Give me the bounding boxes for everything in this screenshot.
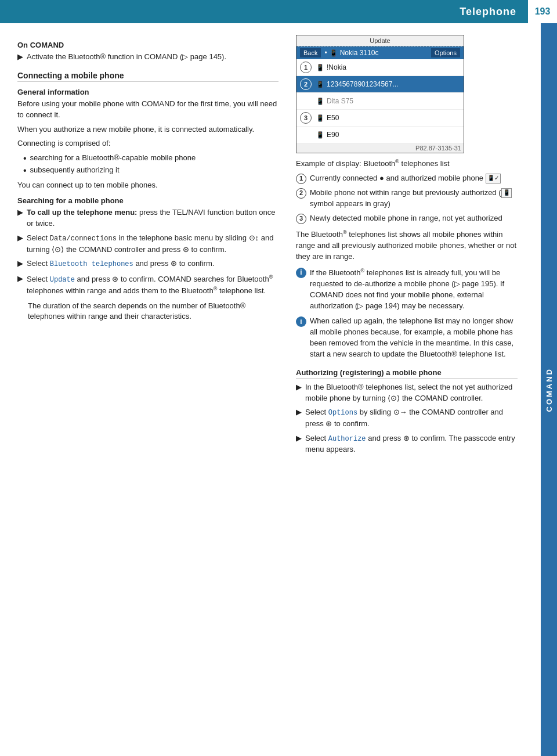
bullet-item-2: • subsequently authorizing it bbox=[23, 165, 278, 176]
info-icon-2: i bbox=[296, 316, 306, 327]
arrow-item-2: ▶ Select Data/connections in the telepho… bbox=[17, 233, 278, 255]
numbered-item-2: 2 Mobile phone not within range but prev… bbox=[296, 188, 518, 210]
general-p1: Before using your mobile phone with COMA… bbox=[17, 99, 278, 121]
bullet-list: • searching for a Bluetooth®-capable mob… bbox=[23, 153, 278, 176]
numbered-item-3: 3 Newly detected mobile phone in range, … bbox=[296, 213, 518, 224]
phone-icon-dita: 📱 bbox=[316, 98, 324, 105]
bluetooth-display: Update Back • 📱 Nokia 3110c Options 1 📱 … bbox=[296, 35, 464, 153]
display-update-label: Update bbox=[296, 35, 464, 46]
numbered-item-1: 1 Currently connected ● and authorized m… bbox=[296, 173, 518, 184]
general-info-heading: General information bbox=[17, 88, 278, 96]
main-content: On COMAND ▶ Activate the Bluetooth® func… bbox=[0, 23, 541, 470]
left-column: On COMAND ▶ Activate the Bluetooth® func… bbox=[17, 35, 278, 459]
info-box-2: i When called up again, the telephone li… bbox=[296, 316, 518, 359]
display-row-e90: 📱 E90 bbox=[296, 127, 464, 143]
general-p3: Connecting is comprised of: bbox=[17, 138, 278, 149]
info-box-1: i If the Bluetooth® telephones list is a… bbox=[296, 267, 518, 312]
info-paragraph: The Bluetooth® telephones list shows all… bbox=[296, 229, 518, 262]
header-title: Telephone bbox=[0, 0, 528, 23]
example-label: Example of display: Bluetooth® telephone… bbox=[296, 158, 518, 170]
auth-arrow-1: ▶ In the Bluetooth® telephones list, sel… bbox=[296, 382, 518, 404]
display-row-1: 1 📱 !Nokia bbox=[296, 59, 464, 76]
display-row-3: 3 📱 E50 bbox=[296, 110, 464, 127]
arrow-item-4: ▶ Select Update and press ⊛ to confirm. … bbox=[17, 273, 278, 297]
on-comand-heading: On COMAND bbox=[17, 41, 278, 49]
bullet-item-1: • searching for a Bluetooth®-capable mob… bbox=[23, 153, 278, 164]
page-header: Telephone 193 bbox=[0, 0, 557, 23]
phone-icon-e90: 📱 bbox=[316, 131, 324, 139]
phone-icon-2: 📱 bbox=[316, 81, 324, 88]
display-rows: 1 📱 !Nokia 2 📱 12345678901234567... 📱 Di… bbox=[296, 59, 464, 143]
display-top-phone: Nokia 3110c bbox=[340, 49, 379, 57]
display-row-2: 2 📱 12345678901234567... bbox=[296, 76, 464, 93]
auth-arrow-2: ▶ Select Options by sliding ⊙→ the COMAN… bbox=[296, 407, 518, 429]
image-ref: P82.87-3135-31 bbox=[296, 143, 464, 153]
phone-icon-1: 📱 bbox=[316, 64, 324, 71]
display-back-button[interactable]: Back bbox=[300, 48, 321, 57]
arrow-item-3: ▶ Select Bluetooth telephones and press … bbox=[17, 258, 278, 269]
title-text: Telephone bbox=[460, 6, 516, 18]
general-p2: When you authorize a new mobile phone, i… bbox=[17, 124, 278, 135]
right-column: Update Back • 📱 Nokia 3110c Options 1 📱 … bbox=[290, 35, 518, 459]
comand-sidebar: COMAND bbox=[541, 23, 557, 756]
phone-icon-3: 📱 bbox=[316, 114, 324, 122]
searching-heading: Searching for a mobile phone bbox=[17, 196, 278, 205]
arrow4-p2: The duration of the search depends on th… bbox=[28, 301, 278, 323]
display-topbar: Back • 📱 Nokia 3110c Options bbox=[296, 46, 464, 59]
info-icon-1: i bbox=[296, 268, 306, 278]
on-comand-item: ▶ Activate the Bluetooth® function in CO… bbox=[17, 52, 278, 63]
sidebar-label: COMAND bbox=[545, 368, 554, 412]
authorizing-heading: Authorizing (registering) a mobile phone bbox=[296, 368, 518, 379]
general-p4: You can connect up to ten mobile phones. bbox=[17, 180, 278, 191]
display-options-button[interactable]: Options bbox=[431, 48, 460, 57]
auth-arrow-3: ▶ Select Authorize and press ⊛ to confir… bbox=[296, 433, 518, 455]
display-row-dita: 📱 Dita S75 bbox=[296, 93, 464, 110]
connecting-heading: Connecting a mobile phone bbox=[17, 71, 278, 82]
arrow-item-1: ▶ To call up the telephone menu: press t… bbox=[17, 207, 278, 229]
page-number: 193 bbox=[528, 0, 557, 23]
